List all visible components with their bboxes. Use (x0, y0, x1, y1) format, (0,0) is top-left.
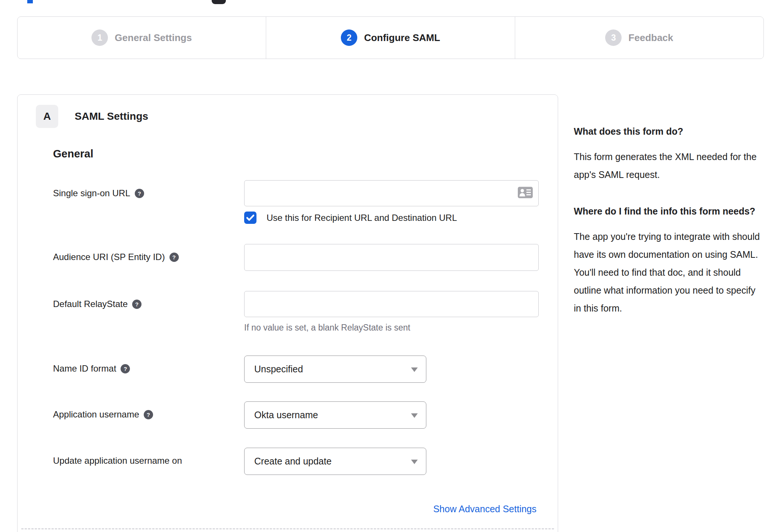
application-username-label: Application username (53, 409, 139, 419)
section-title: SAML Settings (75, 110, 148, 122)
chevron-down-icon (411, 413, 418, 418)
update-app-username-value: Create and update (254, 456, 332, 467)
single-sign-on-url-input[interactable] (244, 180, 539, 206)
audience-uri-label: Audience URI (SP Entity ID) (53, 252, 165, 262)
default-relaystate-input[interactable] (244, 291, 539, 317)
sidebar-heading-what: What does this form do? (574, 123, 760, 140)
sidebar-section-what: What does this form do? This form genera… (574, 123, 760, 184)
audience-uri-input[interactable] (244, 244, 539, 271)
field-row-audience-uri: Audience URI (SP Entity ID)? (53, 244, 536, 271)
advanced-settings-row: Show Advanced Settings (36, 504, 536, 514)
relaystate-hint: If no value is set, a blank RelayState i… (244, 323, 539, 333)
contact-card-icon[interactable] (518, 187, 533, 200)
sidebar-section-where: Where do I find the info this form needs… (574, 203, 760, 317)
step-3-label: Feedback (628, 32, 673, 44)
step-general-settings[interactable]: 1 General Settings (18, 17, 266, 59)
step-2-number-badge: 2 (341, 29, 357, 46)
name-id-format-select[interactable]: Unspecified (244, 356, 426, 383)
sidebar-heading-where: Where do I find the info this form needs… (574, 203, 760, 219)
section-header: A SAML Settings (36, 105, 536, 128)
general-group-heading: General (53, 148, 536, 160)
show-advanced-settings-link[interactable]: Show Advanced Settings (433, 504, 536, 514)
step-3-number-badge: 3 (605, 29, 622, 46)
help-icon[interactable]: ? (132, 300, 141, 309)
application-username-value: Okta username (254, 410, 318, 420)
saml-settings-panel: A SAML Settings General Single sign-on U… (17, 94, 558, 532)
help-icon[interactable]: ? (135, 189, 144, 198)
update-app-username-select[interactable]: Create and update (244, 448, 426, 475)
single-sign-on-url-label: Single sign-on URL (53, 188, 130, 198)
name-id-format-value: Unspecified (254, 364, 303, 375)
field-row-single-sign-on-url: Single sign-on URL? (53, 180, 536, 224)
help-icon[interactable]: ? (169, 253, 179, 262)
step-2-label: Configure SAML (364, 32, 440, 44)
step-configure-saml[interactable]: 2 Configure SAML (266, 17, 514, 59)
field-label-wrap: Name ID format? (53, 356, 244, 383)
chevron-down-icon (411, 460, 418, 464)
step-1-label: General Settings (115, 32, 192, 44)
application-username-select[interactable]: Okta username (244, 401, 426, 429)
update-app-username-label: Update application username on (53, 456, 182, 466)
help-icon[interactable]: ? (121, 364, 130, 373)
help-icon[interactable]: ? (144, 410, 153, 419)
sidebar-body-where: The app you're trying to integrate with … (574, 228, 760, 317)
dashed-divider (21, 528, 554, 529)
name-id-format-label: Name ID format (53, 363, 116, 373)
chevron-down-icon (411, 367, 418, 372)
field-label-wrap: Single sign-on URL? (53, 180, 244, 224)
recipient-url-checkbox-label: Use this for Recipient URL and Destinati… (267, 213, 457, 223)
cutoff-dark-fragment (212, 0, 226, 4)
cutoff-blue-fragment (27, 0, 33, 3)
field-label-wrap: Update application username on (53, 448, 244, 475)
sidebar-body-what: This form generates the XML needed for t… (574, 148, 760, 184)
step-1-number-badge: 1 (91, 29, 108, 46)
field-row-name-id-format: Name ID format? Unspecified (53, 356, 536, 383)
help-sidebar: What does this form do? This form genera… (574, 123, 760, 317)
wizard-stepper: 1 General Settings 2 Configure SAML 3 Fe… (17, 16, 764, 59)
field-label-wrap: Default RelayState? (53, 291, 244, 333)
section-a-badge: A (36, 105, 58, 128)
field-row-update-app-username: Update application username on Create an… (53, 448, 536, 475)
field-label-wrap: Application username? (53, 401, 244, 429)
default-relaystate-label: Default RelayState (53, 299, 128, 309)
field-row-default-relaystate: Default RelayState? If no value is set, … (53, 291, 536, 333)
field-label-wrap: Audience URI (SP Entity ID)? (53, 244, 244, 271)
recipient-url-checkbox[interactable] (244, 212, 256, 224)
step-feedback[interactable]: 3 Feedback (515, 17, 763, 59)
field-row-application-username: Application username? Okta username (53, 401, 536, 429)
